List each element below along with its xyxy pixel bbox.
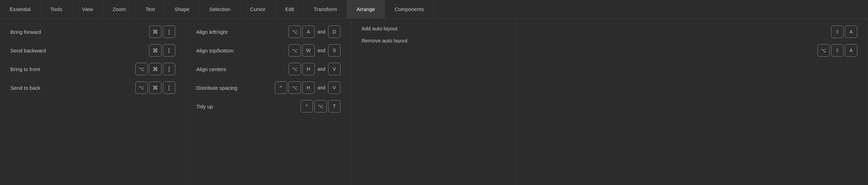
key-a-comp-1: A bbox=[845, 26, 857, 38]
bring-to-front-label: Bring to front bbox=[10, 66, 65, 72]
key-opt-2: ⌥ bbox=[135, 81, 148, 94]
key-opt-t: ⌥ bbox=[314, 100, 327, 113]
align-centers-row: Align centers ⌥ H and V bbox=[196, 63, 341, 75]
key-t: T bbox=[328, 100, 341, 113]
key-bracket-close-1: ] bbox=[163, 26, 175, 38]
key-opt-comp-2: ⌥ bbox=[817, 44, 830, 57]
tidy-up-keys: ^ ⌥ T bbox=[301, 100, 341, 113]
tab-zoom[interactable]: Zoom bbox=[103, 0, 136, 18]
selection-section: Align left/right ⌥ A and D Align top/bot… bbox=[186, 19, 351, 185]
tab-arrange[interactable]: Arrange bbox=[347, 0, 385, 18]
content: Bring forward ⌘ ] Send backward ⌘ [ Brin… bbox=[0, 19, 868, 185]
tab-transform[interactable]: Transform bbox=[304, 0, 347, 18]
send-backward-keys: ⌘ [ bbox=[149, 44, 175, 57]
distribute-spacing-row: Distribute spacing ^ ⌥ H and V bbox=[196, 81, 341, 94]
key-cmd-4: ⌘ bbox=[149, 81, 161, 94]
bring-to-front-keys: ⌥ ⌘ ] bbox=[135, 63, 175, 75]
edit-section: Add auto layout Remove auto layout bbox=[351, 19, 516, 185]
key-opt-tb-1: ⌥ bbox=[289, 44, 301, 57]
components-row-2: ⌥ ⇧ A bbox=[527, 44, 857, 57]
and-d: and bbox=[316, 85, 327, 90]
components-keys-2: ⌥ ⇧ A bbox=[817, 44, 857, 57]
and-tb: and bbox=[316, 48, 327, 53]
align-tb-row: Align top/bottom ⌥ W and S bbox=[196, 44, 341, 57]
key-v-d: V bbox=[328, 81, 341, 94]
distribute-spacing-keys: ^ ⌥ H and V bbox=[275, 81, 341, 94]
send-backward-label: Send backward bbox=[10, 48, 65, 53]
key-opt-c-1: ⌥ bbox=[289, 63, 301, 75]
bring-forward-row: Bring forward ⌘ ] bbox=[10, 26, 175, 38]
tab-shape[interactable]: Shape bbox=[165, 0, 199, 18]
tidy-up-label: Tidy up bbox=[196, 104, 251, 109]
key-cmd-1: ⌘ bbox=[149, 26, 161, 38]
key-opt-lr-1: ⌥ bbox=[289, 26, 301, 38]
send-to-back-keys: ⌥ ⌘ [ bbox=[135, 81, 175, 94]
align-lr-row: Align left/right ⌥ A and D bbox=[196, 26, 341, 38]
key-cmd-2: ⌘ bbox=[149, 44, 161, 57]
key-bracket-open-2: [ bbox=[163, 81, 175, 94]
key-cmd-3: ⌘ bbox=[149, 63, 161, 75]
components-section: ⇧ A ⌥ ⇧ A bbox=[516, 19, 868, 185]
key-h-c: H bbox=[302, 63, 315, 75]
remove-auto-layout-label: Remove auto layout bbox=[362, 38, 417, 43]
tab-edit[interactable]: Edit bbox=[275, 0, 304, 18]
tidy-up-row: Tidy up ^ ⌥ T bbox=[196, 100, 341, 113]
distribute-spacing-label: Distribute spacing bbox=[196, 85, 251, 91]
tab-cursor[interactable]: Cursor bbox=[240, 0, 275, 18]
key-s: S bbox=[328, 44, 341, 57]
bring-forward-keys: ⌘ ] bbox=[149, 26, 175, 38]
tab-text[interactable]: Text bbox=[136, 0, 165, 18]
key-h-d: H bbox=[302, 81, 315, 94]
align-tb-label: Align top/bottom bbox=[196, 48, 251, 53]
key-bracket-close-2: ] bbox=[163, 63, 175, 75]
remove-auto-layout-row: Remove auto layout bbox=[362, 38, 506, 43]
key-bracket-open-1: [ bbox=[163, 44, 175, 57]
send-backward-row: Send backward ⌘ [ bbox=[10, 44, 175, 57]
key-opt-d: ⌥ bbox=[289, 81, 301, 94]
key-ctrl-t: ^ bbox=[301, 100, 313, 113]
tab-selection[interactable]: Selection bbox=[199, 0, 240, 18]
tab-components[interactable]: Components bbox=[385, 0, 434, 18]
align-lr-keys: ⌥ A and D bbox=[289, 26, 341, 38]
tab-view[interactable]: View bbox=[72, 0, 103, 18]
align-tb-keys: ⌥ W and S bbox=[289, 44, 341, 57]
align-centers-label: Align centers bbox=[196, 66, 251, 72]
components-keys-1: ⇧ A bbox=[831, 26, 857, 38]
add-auto-layout-label: Add auto layout bbox=[362, 26, 417, 31]
send-to-back-label: Send to back bbox=[10, 85, 65, 91]
tab-essential[interactable]: Essential bbox=[0, 0, 41, 18]
and-c: and bbox=[316, 66, 327, 72]
key-opt-1: ⌥ bbox=[135, 63, 148, 75]
send-to-back-row: Send to back ⌥ ⌘ [ bbox=[10, 81, 175, 94]
key-a-comp-2: A bbox=[845, 44, 857, 57]
arrange-section: Bring forward ⌘ ] Send backward ⌘ [ Brin… bbox=[0, 19, 186, 185]
key-v-c: V bbox=[328, 63, 341, 75]
key-shift-2: ⇧ bbox=[831, 44, 844, 57]
and-lr: and bbox=[316, 29, 327, 35]
components-row-1: ⇧ A bbox=[527, 26, 857, 38]
align-centers-keys: ⌥ H and V bbox=[289, 63, 341, 75]
key-shift-1: ⇧ bbox=[831, 26, 844, 38]
key-ctrl-d: ^ bbox=[275, 81, 287, 94]
header: Essential Tools View Zoom Text Shape Sel… bbox=[0, 0, 868, 19]
add-auto-layout-row: Add auto layout bbox=[362, 26, 506, 31]
key-d: D bbox=[328, 26, 341, 38]
bring-to-front-row: Bring to front ⌥ ⌘ ] bbox=[10, 63, 175, 75]
key-w: W bbox=[302, 44, 315, 57]
align-lr-label: Align left/right bbox=[196, 29, 251, 35]
tab-tools[interactable]: Tools bbox=[41, 0, 72, 18]
bring-forward-label: Bring forward bbox=[10, 29, 65, 35]
key-a: A bbox=[302, 26, 315, 38]
